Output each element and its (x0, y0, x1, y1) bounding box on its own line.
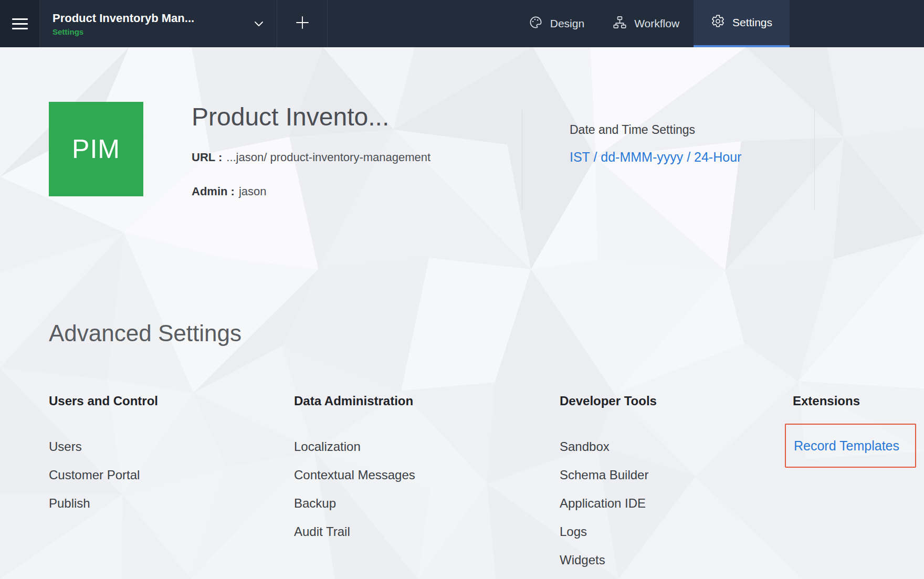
datetime-settings-link[interactable]: IST / dd-MMM-yyyy / 24-Hour (570, 149, 741, 165)
new-app-button[interactable] (277, 0, 328, 47)
settings-link-publish[interactable]: Publish (49, 496, 90, 511)
column-extensions: Extensions Record Templates (785, 393, 916, 468)
top-bar: Product Inventoryb Man... Settings Desig… (0, 0, 924, 47)
app-switcher[interactable]: Product Inventoryb Man... Settings (40, 0, 277, 47)
gear-icon (711, 14, 725, 31)
settings-link-schema-builder[interactable]: Schema Builder (560, 467, 648, 483)
settings-link-users[interactable]: Users (49, 439, 82, 455)
settings-link-customer-portal[interactable]: Customer Portal (49, 467, 140, 483)
column-title: Extensions (785, 393, 916, 409)
top-navigation: Design Workflow Settings (514, 0, 790, 47)
datetime-heading: Date and Time Settings (570, 122, 741, 138)
column-title: Developer Tools (560, 393, 657, 409)
plus-icon (295, 15, 310, 33)
tab-settings[interactable]: Settings (694, 0, 790, 47)
advanced-settings-heading: Advanced Settings (49, 320, 242, 346)
tab-workflow[interactable]: Workflow (598, 0, 694, 47)
tab-settings-label: Settings (732, 16, 772, 29)
settings-link-widgets[interactable]: Widgets (560, 552, 605, 568)
app-details: Product Invento... URL :...jason/ produc… (192, 102, 507, 199)
hamburger-menu-button[interactable] (0, 0, 40, 47)
workflow-icon (613, 15, 627, 32)
url-value: ...jason/ product-inventory-management (226, 151, 430, 164)
column-users-and-control: Users and Control Users Customer Portal … (49, 393, 158, 524)
datetime-settings: Date and Time Settings IST / dd-MMM-yyyy… (570, 122, 741, 165)
column-title: Data Administration (294, 393, 415, 409)
app-logo: PIM (49, 102, 143, 196)
section-divider (522, 110, 522, 210)
settings-link-backup[interactable]: Backup (294, 496, 336, 511)
settings-link-contextual-messages[interactable]: Contextual Messages (294, 467, 415, 483)
tab-design-label: Design (550, 17, 584, 30)
settings-link-audit-trail[interactable]: Audit Trail (294, 524, 350, 540)
app-admin-row: Admin :jason (192, 184, 507, 199)
column-title: Users and Control (49, 393, 158, 409)
settings-link-sandbox[interactable]: Sandbox (560, 439, 610, 455)
settings-link-record-templates[interactable]: Record Templates (794, 438, 899, 454)
chevron-down-icon (253, 17, 265, 30)
url-label: URL : (192, 151, 222, 164)
app-switcher-title: Product Inventoryb Man... (52, 12, 194, 25)
admin-value: jason (239, 185, 267, 198)
app-url-row: URL :...jason/ product-inventory-managem… (192, 150, 507, 165)
hamburger-icon (12, 18, 28, 20)
record-templates-highlight-box: Record Templates (785, 424, 916, 468)
settings-page: PIM Product Invento... URL :...jason/ pr… (0, 47, 924, 579)
settings-link-logs[interactable]: Logs (560, 524, 587, 540)
admin-label: Admin : (192, 185, 235, 198)
app-switcher-subtitle: Settings (52, 27, 194, 36)
settings-link-application-ide[interactable]: Application IDE (560, 496, 646, 511)
column-data-administration: Data Administration Localization Context… (294, 393, 415, 552)
section-divider (814, 110, 815, 210)
column-developer-tools: Developer Tools Sandbox Schema Builder A… (560, 393, 657, 579)
tab-workflow-label: Workflow (634, 17, 679, 30)
palette-icon (529, 15, 543, 32)
page-title: Product Invento... (192, 102, 507, 132)
settings-link-localization[interactable]: Localization (294, 439, 361, 455)
tab-design[interactable]: Design (514, 0, 598, 47)
